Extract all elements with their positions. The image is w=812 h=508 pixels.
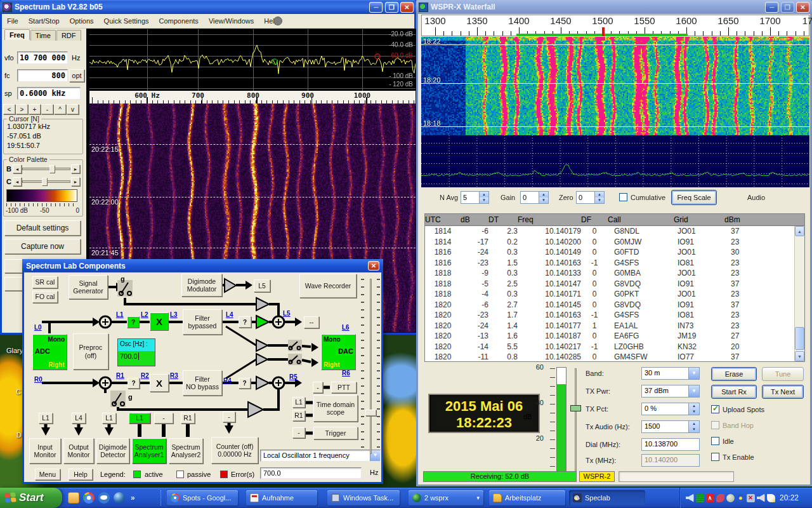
band-select[interactable]: 30 m▼: [641, 367, 700, 380]
default-settings-button[interactable]: Default settings: [4, 220, 81, 236]
table-row[interactable]: 1818-4 0.310.140171 0G0PKT JO0123: [425, 289, 804, 300]
r4-monitor-box[interactable]: ?: [239, 378, 251, 389]
l5-tap-label[interactable]: L5: [254, 279, 270, 292]
navg-spinner[interactable]: ▲▼: [461, 191, 489, 204]
table-scrollbar[interactable]: ▲ ▼: [794, 226, 804, 361]
node-link-r6[interactable]: R6: [342, 370, 350, 377]
messenger-icon[interactable]: [98, 492, 110, 504]
menu-item[interactable]: Start/Stop: [23, 15, 65, 27]
table-row[interactable]: 1820-13 1.610.140187 0EA6FG JM1927: [425, 331, 804, 342]
cumulative-checkbox[interactable]: [619, 193, 627, 201]
antivirus-icon[interactable]: ∧: [706, 494, 714, 502]
table-row[interactable]: 1814-17 0.210.140200 0G0MJW IO9123: [425, 237, 804, 248]
wave-recorder-button[interactable]: Wave Recorder: [299, 274, 357, 298]
chevron-down-icon[interactable]: ▼: [688, 368, 699, 379]
l1-monitor-box[interactable]: ?: [127, 316, 140, 328]
browser-icon[interactable]: [114, 492, 125, 504]
menu-item[interactable]: File: [2, 15, 23, 27]
minimize-button[interactable]: ─: [369, 2, 383, 13]
close-icon[interactable]: ✕: [368, 261, 379, 271]
volume-network-icon[interactable]: [686, 494, 694, 502]
oscillator-box[interactable]: Osc [Hz] : 700.0: [117, 338, 155, 366]
spinner-arrows-icon[interactable]: ▲▼: [539, 191, 549, 204]
slider-left-arrow-icon[interactable]: ◄: [13, 164, 22, 173]
monitor-button[interactable]: Digimode Detector: [96, 438, 129, 464]
phone-app-icon[interactable]: [716, 494, 724, 502]
scroll-thumb[interactable]: [795, 327, 804, 350]
table-row[interactable]: 1814-6 2.310.140179 0G8NDL JO0137: [425, 226, 804, 237]
wspr-titlebar[interactable]: WSPR-X Waterfall ─ ❐ ✕: [416, 0, 812, 14]
spinner-arrows-icon[interactable]: ▲▼: [595, 191, 605, 204]
slider-left-arrow-icon[interactable]: ◄: [13, 177, 22, 186]
filter-left-button[interactable]: Filterbypassed: [183, 309, 222, 335]
palette-gradient[interactable]: [6, 189, 77, 202]
l5-route-button[interactable]: --: [304, 316, 319, 328]
fader-thumb[interactable]: [365, 410, 376, 416]
help-button[interactable]: Help: [69, 469, 93, 480]
desktop-icon-label[interactable]: D: [16, 431, 22, 439]
txpct-spinner[interactable]: 0 %▲▼: [641, 403, 700, 415]
tab[interactable]: Freq: [4, 29, 30, 40]
opt-button[interactable]: opt: [69, 69, 84, 82]
slider-thumb[interactable]: [42, 178, 48, 186]
menu-item[interactable]: Quick Settings: [99, 15, 154, 27]
menu-item[interactable]: View/Windows: [204, 15, 259, 27]
tx-enable-checkbox[interactable]: [711, 453, 719, 461]
scope-l1-button[interactable]: L1: [292, 397, 305, 408]
table-row[interactable]: 1818-5 2.510.140147 0G8VDQ IO9137: [425, 279, 804, 290]
table-row[interactable]: 1820-24 1.410.140177 1EA1AL IN7323: [425, 321, 804, 331]
monitor-button[interactable]: Input Monitor: [29, 438, 61, 464]
nav-button[interactable]: >: [16, 104, 28, 114]
nav-button[interactable]: ^: [54, 104, 66, 114]
speaker-icon[interactable]: [757, 494, 765, 502]
level-slider-thumb[interactable]: [570, 405, 581, 411]
node-link-l3[interactable]: L3: [170, 311, 178, 318]
sr-cal-button[interactable]: SR cal: [32, 276, 58, 288]
table-row[interactable]: 1820-6 2.710.140145 0G8VDQ IO9137: [425, 300, 804, 311]
table-row[interactable]: 1820-23 1.710.140163 -1G4SFS IO8123: [425, 310, 804, 321]
vfo-input[interactable]: [17, 51, 68, 64]
start-rx-button[interactable]: Start Rx: [711, 385, 757, 399]
txaudio-spinner[interactable]: 1500▲▼: [641, 420, 700, 433]
minimize-button[interactable]: ─: [765, 2, 778, 13]
gain-input[interactable]: [520, 191, 539, 204]
node-link-l4[interactable]: L4: [226, 311, 233, 318]
gain-spinner[interactable]: ▲▼: [520, 191, 549, 204]
tab[interactable]: RDF: [56, 30, 81, 41]
trigger-button[interactable]: Trigger: [313, 427, 358, 439]
close-button[interactable]: ✕: [796, 2, 809, 13]
fo-cal-button[interactable]: FO cal: [32, 291, 58, 303]
sp-input[interactable]: [17, 87, 81, 100]
monitor-button[interactable]: Spectrum Analyser2: [169, 438, 203, 464]
taskbar-task-button[interactable]: Windows Task...: [327, 490, 400, 505]
nav-button[interactable]: <: [3, 104, 15, 114]
counter-button[interactable]: Counter (off)0.00000 Hz: [211, 437, 258, 464]
record-indicator-icon[interactable]: [273, 17, 282, 25]
pen-input-icon[interactable]: [767, 494, 775, 502]
monitor-button[interactable]: Output Monitor: [63, 438, 94, 464]
erase-button[interactable]: Erase: [711, 367, 757, 381]
monitor-tap-button[interactable]: -: [154, 413, 173, 424]
monitor-tap-button[interactable]: L1: [102, 413, 116, 424]
tray-clock[interactable]: 20:22: [780, 493, 799, 502]
node-link-l6[interactable]: L6: [342, 324, 350, 331]
node-link-r4[interactable]: R4: [223, 377, 232, 384]
menu-button[interactable]: Menu: [35, 469, 60, 480]
capture-now-button[interactable]: Capture now: [4, 239, 81, 254]
zero-spinner[interactable]: ▲▼: [576, 191, 605, 204]
nav-button[interactable]: +: [29, 104, 41, 114]
ptt-source-button[interactable]: -: [313, 382, 323, 393]
ptt-button[interactable]: PTT: [331, 382, 357, 393]
display-error-icon[interactable]: ✕: [747, 494, 755, 502]
taskbar-task-button[interactable]: Arbeitsplatz: [489, 490, 565, 505]
node-link-l2[interactable]: L2: [141, 311, 148, 318]
upload-spots-checkbox[interactable]: [711, 405, 719, 413]
tab[interactable]: Time: [30, 30, 56, 41]
preprocessor-button[interactable]: Preproc(off): [73, 333, 108, 370]
counter-tap-button[interactable]: -: [223, 411, 235, 422]
level-slider-groove[interactable]: [575, 368, 577, 474]
utility-icon[interactable]: [726, 494, 735, 502]
chevron-down-icon[interactable]: ▼: [688, 385, 699, 397]
nav-button[interactable]: -: [41, 104, 53, 114]
oscillator-frequency-input[interactable]: [260, 467, 362, 479]
